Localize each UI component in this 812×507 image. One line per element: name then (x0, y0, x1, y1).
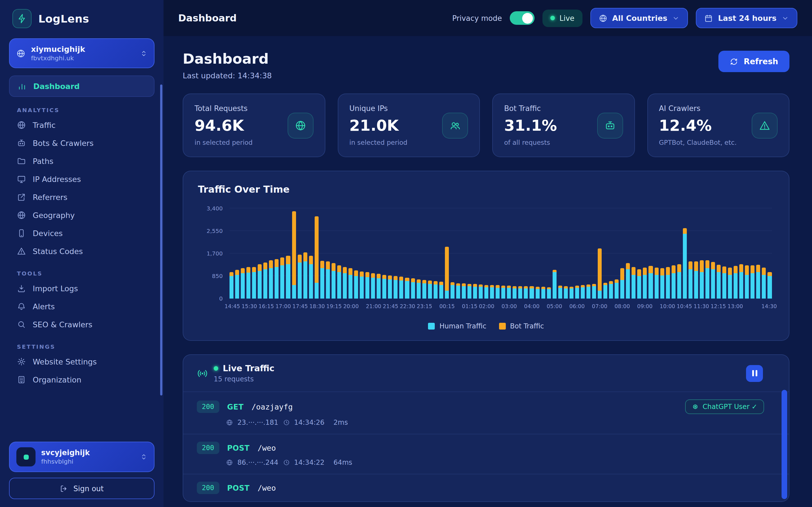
traffic-bar[interactable] (513, 286, 517, 298)
traffic-bar[interactable] (235, 270, 239, 298)
traffic-bar[interactable] (320, 261, 324, 298)
traffic-bar[interactable] (264, 263, 267, 298)
traffic-bar[interactable] (502, 286, 506, 298)
traffic-bar[interactable] (683, 228, 687, 298)
traffic-bar[interactable] (292, 211, 296, 298)
traffic-bar[interactable] (286, 256, 290, 298)
traffic-bar[interactable] (768, 272, 772, 298)
traffic-bar[interactable] (603, 283, 607, 298)
country-filter-button[interactable]: All Countries (590, 8, 688, 28)
traffic-bar[interactable] (246, 267, 250, 298)
traffic-bar[interactable] (241, 268, 245, 298)
traffic-bar[interactable] (337, 265, 341, 298)
traffic-bar[interactable] (230, 272, 234, 298)
traffic-bar[interactable] (694, 262, 698, 298)
traffic-bar[interactable] (416, 279, 420, 298)
traffic-bar[interactable] (745, 265, 749, 298)
traffic-bar[interactable] (400, 277, 403, 298)
traffic-bar[interactable] (326, 262, 330, 298)
traffic-bar[interactable] (552, 270, 556, 298)
sidebar-item-website-settings[interactable]: Website Settings (0, 353, 163, 371)
traffic-bar[interactable] (281, 258, 285, 298)
traffic-bar[interactable] (303, 252, 307, 298)
sidebar-item-organization[interactable]: Organization (0, 371, 163, 389)
site-selector[interactable]: xiymucighijk fbvtxdhghi.uk (9, 38, 154, 68)
traffic-bar[interactable] (485, 285, 488, 298)
traffic-bar[interactable] (722, 266, 726, 298)
traffic-bar[interactable] (383, 275, 387, 298)
privacy-toggle[interactable] (510, 11, 535, 25)
traffic-bar[interactable] (733, 266, 738, 298)
sidebar-item-import-logs[interactable]: Import Logs (0, 279, 163, 297)
traffic-bar[interactable] (309, 256, 313, 298)
traffic-bar[interactable] (632, 267, 636, 298)
traffic-bar[interactable] (705, 260, 709, 298)
traffic-bar[interactable] (507, 286, 511, 298)
traffic-bar[interactable] (739, 264, 743, 298)
traffic-bar[interactable] (569, 286, 573, 298)
traffic-bar[interactable] (428, 281, 432, 298)
traffic-bar[interactable] (575, 286, 579, 298)
traffic-bar[interactable] (677, 264, 681, 298)
traffic-bar[interactable] (666, 267, 670, 298)
traffic-bar[interactable] (660, 269, 664, 298)
traffic-bar[interactable] (638, 270, 642, 299)
sidebar-item-bots-crawlers[interactable]: Bots & Crawlers (0, 134, 163, 152)
traffic-bar[interactable] (496, 285, 500, 298)
time-range-button[interactable]: Last 24 hours (696, 8, 797, 28)
traffic-bar[interactable] (462, 283, 466, 298)
traffic-bar[interactable] (547, 287, 551, 298)
traffic-bar[interactable] (711, 262, 715, 298)
traffic-bar[interactable] (422, 280, 426, 298)
traffic-bar[interactable] (717, 265, 721, 298)
traffic-bar[interactable] (536, 287, 539, 298)
traffic-bar[interactable] (343, 267, 347, 298)
traffic-bar[interactable] (581, 285, 585, 299)
traffic-bar[interactable] (297, 255, 301, 298)
traffic-bar[interactable] (598, 248, 602, 298)
traffic-bar[interactable] (434, 281, 437, 298)
sign-out-button[interactable]: Sign out (9, 478, 154, 499)
sidebar-item-ip-addresses[interactable]: IP Addresses (0, 170, 163, 188)
traffic-bar[interactable] (252, 267, 256, 298)
sidebar-item-alerts[interactable]: Alerts (0, 297, 163, 316)
sidebar-item-paths[interactable]: Paths (0, 152, 163, 170)
traffic-bar[interactable] (445, 247, 449, 299)
traffic-bar[interactable] (524, 286, 528, 298)
sidebar-item-devices[interactable]: Devices (0, 224, 163, 242)
traffic-bar[interactable] (275, 260, 279, 298)
traffic-bar[interactable] (314, 216, 318, 298)
sidebar-item-geography[interactable]: Geography (0, 206, 163, 224)
traffic-bar[interactable] (564, 286, 568, 298)
traffic-bar[interactable] (620, 268, 624, 298)
sidebar-scrollbar[interactable] (160, 84, 162, 395)
traffic-bar[interactable] (360, 272, 364, 298)
traffic-bar[interactable] (456, 283, 460, 298)
traffic-bar[interactable] (479, 284, 483, 298)
traffic-bar[interactable] (700, 260, 704, 298)
traffic-bar[interactable] (332, 263, 336, 298)
traffic-bar[interactable] (751, 265, 755, 298)
user-card[interactable]: svcyjeighijk fhhsvblghi (9, 442, 154, 472)
sidebar-item-status-codes[interactable]: Status Codes (0, 242, 163, 260)
traffic-bar[interactable] (371, 273, 375, 298)
traffic-bar[interactable] (756, 265, 760, 298)
sidebar-item-dashboard[interactable]: Dashboard (9, 75, 154, 97)
sidebar-item-referrers[interactable]: Referrers (0, 188, 163, 206)
traffic-bar[interactable] (626, 263, 630, 298)
traffic-bar[interactable] (490, 285, 494, 298)
traffic-bar[interactable] (649, 266, 653, 298)
sidebar-item-traffic[interactable]: Traffic (0, 116, 163, 134)
traffic-bar[interactable] (473, 284, 477, 298)
traffic-bar[interactable] (405, 278, 409, 298)
traffic-bar[interactable] (439, 282, 443, 298)
traffic-bar[interactable] (541, 287, 545, 298)
traffic-bar[interactable] (377, 274, 380, 299)
traffic-bar[interactable] (365, 272, 369, 298)
traffic-bar[interactable] (592, 284, 596, 298)
traffic-bar[interactable] (349, 269, 352, 298)
traffic-bar[interactable] (671, 265, 675, 298)
traffic-bar[interactable] (689, 262, 693, 298)
traffic-bar[interactable] (394, 276, 398, 298)
traffic-bar[interactable] (587, 284, 591, 298)
